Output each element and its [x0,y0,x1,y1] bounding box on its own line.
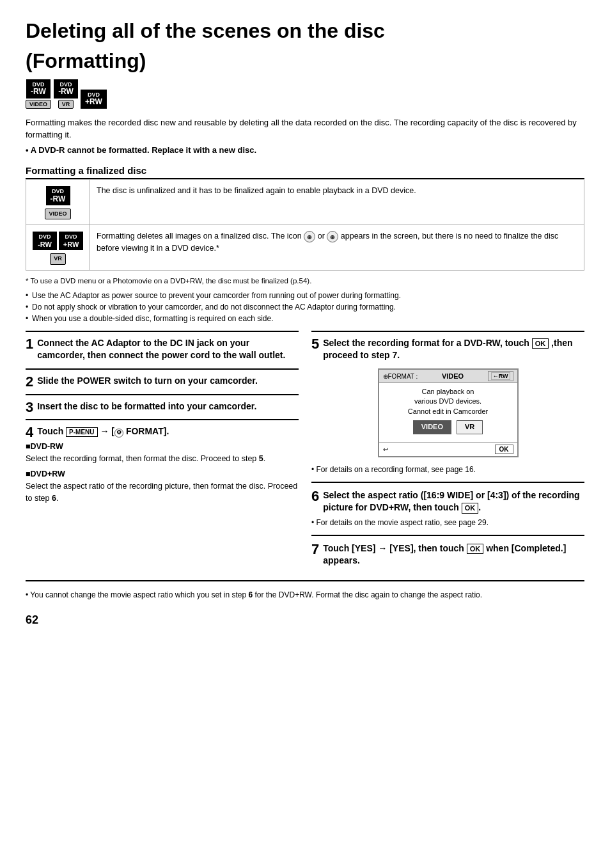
step-7: 7 Touch [YES] → [YES], then touch OK whe… [311,535,584,574]
step-3-number: 3 [26,400,33,414]
table-row-1: DVD -RW VIDEO The disc is unfinalized an… [26,179,584,225]
badge-row: DVD -RW VIDEO DVD -RW VR DVD +RW [26,79,584,109]
step-2-number: 2 [26,375,33,389]
step-5-note: • For details on a recording format, see… [311,464,584,475]
step-3-text: Insert the disc to be formatted into you… [37,400,299,413]
format-icon-circle: ⊕FORMAT : [383,373,418,380]
step-5-text: Select the recording format for a DVD-RW… [323,337,584,362]
step-4: 4 Touch P-MENU → [⚙ FORMAT]. ■DVD-RW Sel… [26,419,299,510]
step-6-number: 6 [311,489,319,503]
page-title: Deleting all of the scenes on the disc (… [26,19,584,73]
step-4-sub: ■DVD-RW Select the recording format, the… [26,441,299,505]
dvd-rw-badge-2: DVD -RW [54,79,78,99]
bottom-note-section: • You cannot change the movie aspect rat… [26,580,584,601]
table-row-2: DVD -RW DVD +RW VR [26,225,584,270]
step-6-note: • For details on the movie aspect ratio,… [311,517,584,528]
table-cell-text-2: Formatting deletes all images on a final… [90,225,584,270]
video-sub-badge: VIDEO [26,100,51,109]
step-2: 2 Slide the POWER switch to turn on your… [26,368,299,394]
screen-body: Can playback onvarious DVD devices.Canno… [379,383,517,442]
step-1-number: 1 [26,337,33,351]
intro-text-1: Formatting makes the recorded disc new a… [26,116,584,141]
video-btn[interactable]: VIDEO [413,420,451,434]
step-6: 6 Select the aspect ratio ([16:9 WIDE] o… [311,482,584,535]
bullet-item-1: Use the AC Adaptor as power source to pr… [26,290,584,301]
format-icon-2: ⊕ [327,231,338,242]
step-7-number: 7 [311,542,319,556]
screen-mockup: ⊕FORMAT : VIDEO ←RW Can playback onvario… [378,368,519,457]
step-2-text: Slide the POWER switch to turn on your c… [37,375,299,388]
screen-desc: Can playback onvarious DVD devices.Canno… [384,387,512,416]
step-3: 3 Insert the disc to be formatted into y… [26,394,299,420]
dvd-plus-rw-badge-table: DVD +RW [59,232,83,250]
step-5-ok-inline: OK [532,338,549,349]
step-4-text: Touch P-MENU → [⚙ FORMAT]. [37,425,299,438]
vr-btn[interactable]: VR [457,420,483,434]
dvd-rw-video-badge-table: DVD -RW [46,186,70,205]
table-cell-text-1: The disc is unfinalized and it has to be… [90,179,584,225]
steps-right-column: 5 Select the recording format for a DVD-… [311,331,584,574]
step-4-number: 4 [26,425,33,439]
footnote: * To use a DVD menu or a Photomovie on a… [26,276,584,286]
dvd-plus-rw-badge: DVD +RW [81,90,107,109]
step-7-ok-inline: OK [467,544,484,554]
bullet-item-3: When you use a double-sided disc, format… [26,313,584,324]
vr-sub-badge: VR [58,100,74,109]
screen-video-label: VIDEO [442,372,464,380]
screen-buttons: VIDEO VR [384,420,512,434]
video-badge-table-1: VIDEO [45,209,70,220]
dvd-plus-rw-badge-group: DVD +RW [81,90,107,109]
intro-bold: • A DVD-R cannot be formatted. Replace i… [26,145,584,155]
bottom-note: • You cannot change the movie aspect rat… [26,589,584,601]
step-6-ok-inline: OK [462,503,479,513]
screen-footer: ↩ OK [379,442,517,456]
step-5-number: 5 [311,337,319,351]
back-arrow: ↩ [383,446,388,453]
steps-left-column: 1 Connect the AC Adaptor to the DC IN ja… [26,331,299,574]
vr-badge-table-2: VR [50,253,66,265]
bullet-list: Use the AC Adaptor as power source to pr… [26,290,584,324]
step-1-text: Connect the AC Adaptor to the DC IN jack… [37,337,299,362]
dvd-rw-vr-badge-table: DVD -RW [33,232,57,250]
step-5: 5 Select the recording format for a DVD-… [311,331,584,482]
bullet-item-2: Do not apply shock or vibration to your … [26,301,584,313]
step-6-text: Select the aspect ratio ([16:9 WIDE] or … [323,489,584,514]
dvd-rw-vr-badge-group: DVD -RW VR [54,79,78,109]
dvd-rw-badge-1: DVD -RW [26,79,51,99]
finalized-disc-table: DVD -RW VIDEO The disc is unfinalized an… [26,179,584,271]
section-finalized-title: Formatting a finalized disc [26,165,584,179]
screen-top-bar: ⊕FORMAT : VIDEO ←RW [379,370,517,383]
format-icon-1: ⊕ [304,231,315,242]
step-7-text: Touch [YES] → [YES], then touch OK when … [323,542,584,567]
screen-ok-button[interactable]: OK [495,445,513,454]
dvd-rw-video-badge-group: DVD -RW VIDEO [26,79,51,109]
steps-two-col: 1 Connect the AC Adaptor to the DC IN ja… [26,331,584,574]
rw-badge-corner: ←RW [488,371,513,381]
step-1: 1 Connect the AC Adaptor to the DC IN ja… [26,331,299,368]
page-number: 62 [26,613,584,627]
table-cell-badge-2: DVD -RW DVD +RW VR [26,225,90,270]
table-cell-badge-1: DVD -RW VIDEO [26,179,90,225]
